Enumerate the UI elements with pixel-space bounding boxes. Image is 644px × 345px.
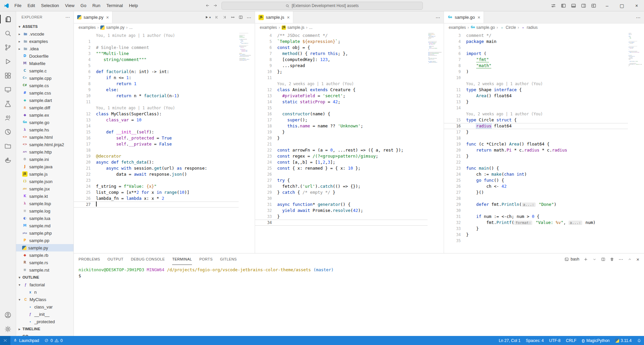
activity-extensions[interactable]: [0, 68, 16, 82]
file-item-sample.c[interactable]: Csample.c: [16, 67, 73, 74]
close-icon[interactable]: ×: [106, 15, 109, 20]
panel-tab-gitlens[interactable]: GITLENS: [220, 253, 237, 265]
code-lines[interactable]: 4/** JSDoc comment */5`Template ${expres…: [255, 32, 428, 253]
file-item-sample.rb[interactable]: ◆sample.rb: [16, 251, 73, 259]
activity-source-control[interactable]: [0, 40, 16, 54]
breadcrumb-item-radius[interactable]: ▪radius: [521, 25, 538, 30]
split-editor-button[interactable]: [239, 15, 243, 19]
menu-terminal[interactable]: Terminal: [103, 0, 126, 11]
file-item-Makefile[interactable]: MMakefile: [16, 60, 73, 67]
breadcrumb-item-examples[interactable]: examples: [449, 25, 466, 30]
outline-item-MyClass[interactable]: ▾CMyClass: [16, 296, 73, 303]
prev-change-button[interactable]: [214, 15, 219, 19]
tab-sample.js[interactable]: JSsample.js×: [255, 11, 293, 23]
run-button[interactable]: ▾: [204, 15, 211, 19]
file-item-sample.cs[interactable]: C#sample.cs: [16, 82, 73, 89]
terminal-dropdown-icon[interactable]: [592, 257, 597, 262]
explorer-more-icon[interactable]: ⋯: [65, 14, 70, 20]
file-item-sample.dart[interactable]: ◈sample.dart: [16, 97, 73, 104]
encoding-status[interactable]: UTF-8: [546, 336, 563, 345]
toggle-sidebar-icon[interactable]: [561, 3, 566, 8]
file-item-sample.jsx[interactable]: JSXsample.jsx: [16, 185, 73, 192]
file-item-sample.py[interactable]: sample.py: [16, 244, 73, 251]
close-icon[interactable]: ×: [287, 15, 290, 20]
file-item-sample.rst[interactable]: ≡sample.rst: [16, 266, 73, 274]
indentation-status[interactable]: Spaces: 4: [523, 336, 546, 345]
file-item-sample.html[interactable]: <>sample.html: [16, 133, 73, 141]
menu-selection[interactable]: Selection: [38, 0, 62, 11]
panel-tab-debug-console[interactable]: DEBUG CONSOLE: [131, 253, 165, 265]
minimap[interactable]: [428, 33, 443, 65]
maximize-button[interactable]: ▢: [614, 0, 629, 11]
file-item-sample.css[interactable]: #sample.css: [16, 89, 73, 97]
language-mode[interactable]: {}MagicPython: [579, 336, 612, 345]
menu-help[interactable]: Help: [126, 0, 141, 11]
notifications[interactable]: [634, 336, 644, 345]
file-item-sample.php[interactable]: phpsample.php: [16, 229, 73, 237]
file-item-sample.diff[interactable]: ±sample.diff: [16, 104, 73, 111]
close-panel-icon[interactable]: ×: [636, 256, 639, 262]
folder-item-examples[interactable]: ▸examples: [16, 38, 73, 45]
breadcrumb-item-Circle[interactable]: ○Circle: [500, 25, 516, 30]
file-item-sample.lisp[interactable]: λsample.lisp: [16, 200, 73, 207]
file-item-sample.ex[interactable]: ◆sample.ex: [16, 111, 73, 119]
folder-item-.idea[interactable]: ▸.idea: [16, 45, 73, 52]
outline-item-_protected[interactable]: ▪_protected: [16, 318, 73, 325]
breadcrumb-item-examples[interactable]: examples: [79, 25, 96, 30]
activity-search[interactable]: [0, 26, 16, 40]
more-actions-icon[interactable]: ⋯: [636, 15, 641, 20]
file-item-sample.hs[interactable]: λsample.hs: [16, 126, 73, 133]
close-icon[interactable]: ×: [478, 15, 480, 20]
split-terminal-icon[interactable]: [601, 257, 605, 262]
new-terminal-icon[interactable]: [584, 257, 588, 262]
minimize-button[interactable]: –: [600, 0, 614, 11]
breadcrumb-item-samplego[interactable]: Gosample.go: [470, 25, 495, 30]
more-actions-icon[interactable]: ⋯: [247, 15, 251, 20]
toggle-panel-icon[interactable]: [571, 3, 576, 8]
activity-accounts[interactable]: [0, 308, 16, 322]
customize-layout-icon[interactable]: [591, 3, 596, 8]
outline-item-__init__[interactable]: ƒ__init__: [16, 310, 73, 318]
menu-go[interactable]: Go: [78, 0, 89, 11]
file-item-sample.json[interactable]: {}sample.json: [16, 178, 73, 185]
folder-item-.vscode[interactable]: ▸.vscode: [16, 30, 73, 38]
breadcrumb-item-samplepy[interactable]: sample.py: [100, 25, 125, 30]
remote-indicator[interactable]: [0, 336, 10, 345]
activity-run-debug[interactable]: [0, 54, 16, 68]
file-item-sample.ini[interactable]: ⚙sample.ini: [16, 156, 73, 163]
python-interpreter[interactable]: 3.11.4: [612, 336, 634, 345]
code-lines[interactable]: You, 1 minute ago | 1 author (You)12# Si…: [74, 32, 239, 253]
activity-explorer[interactable]: [0, 12, 16, 26]
terminal[interactable]: nickitonov@DESKTOP-J9H1PD3 MINGW64 /d/pr…: [74, 265, 644, 336]
tab-sample.go[interactable]: Gosample.go×: [444, 11, 484, 23]
file-item-sample.http[interactable]: APIsample.http: [16, 148, 73, 156]
profile-settings-icon[interactable]: [551, 3, 556, 8]
toggle-secondary-sidebar-icon[interactable]: [581, 3, 586, 8]
file-item-sample.java[interactable]: Jsample.java: [16, 163, 73, 170]
more-actions-icon[interactable]: ⋯: [436, 15, 440, 20]
command-center[interactable]: [Extension Development Host] assets: [221, 2, 423, 10]
outline-item-n[interactable]: xn: [16, 288, 73, 296]
breadcrumb-item-[interactable]: ...: [309, 25, 312, 30]
code-lines[interactable]: 3comment */4package main56import (7 "fmt…: [444, 32, 628, 253]
eol-status[interactable]: CRLF: [563, 336, 579, 345]
terminal-shell-selector[interactable]: bash: [564, 257, 579, 262]
panel-tab-problems[interactable]: PROBLEMS: [79, 253, 100, 265]
file-item-sample.kt[interactable]: Ksample.kt: [16, 192, 73, 200]
file-item-sample.md[interactable]: Msample.md: [16, 222, 73, 229]
section-outline[interactable]: ▾ OUTLINE: [16, 274, 73, 281]
file-item-sample.html.jinja2[interactable]: <>sample.html.jinja2: [16, 141, 73, 148]
panel-tab-ports[interactable]: PORTS: [199, 253, 213, 265]
file-item-sample.go[interactable]: Gosample.go: [16, 119, 73, 126]
file-item-sample.pp[interactable]: Psample.pp: [16, 237, 73, 244]
more-actions-icon[interactable]: ⋯: [618, 256, 623, 262]
section-assets[interactable]: ▾ ASSETS: [16, 23, 73, 30]
file-item-sample.cpp[interactable]: C+sample.cpp: [16, 74, 73, 82]
file-item-sample.rs[interactable]: Rsample.rs: [16, 259, 73, 266]
kill-terminal-icon[interactable]: [610, 257, 614, 262]
breadcrumb-item-[interactable]: ...: [129, 25, 133, 30]
activity-project-manager[interactable]: [0, 139, 16, 153]
section-go[interactable]: ▸ GO: [16, 333, 73, 336]
open-changes-button[interactable]: [231, 15, 235, 19]
outline-item-class_var[interactable]: ▪class_var: [16, 303, 73, 310]
